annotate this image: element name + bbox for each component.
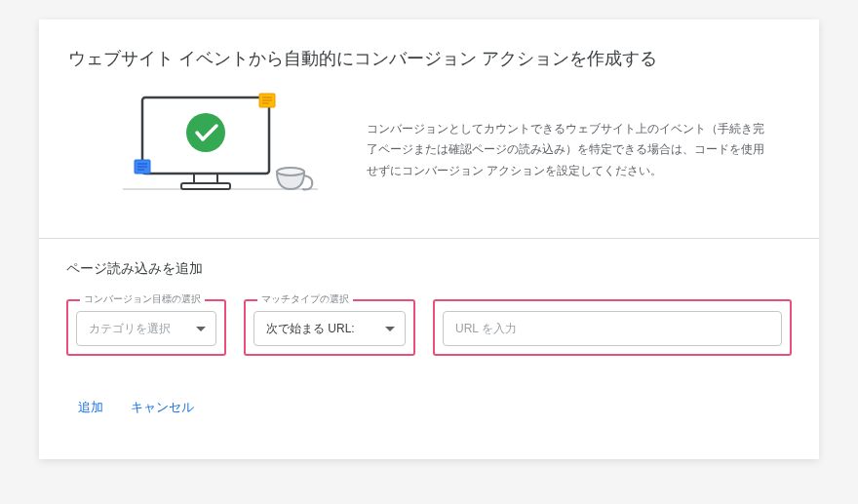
page-title: ウェブサイト イベントから自動的にコンバージョン アクションを作成する: [68, 47, 790, 70]
cancel-button[interactable]: キャンセル: [129, 395, 196, 420]
panel-actions: 追加 キャンセル: [66, 395, 792, 420]
page-load-panel: ページ読み込みを追加 コンバージョン目標の選択 カテゴリを選択 マッチタイプの選…: [39, 238, 819, 430]
url-field-group: [433, 299, 792, 356]
goal-select-placeholder: カテゴリを選択: [89, 321, 171, 337]
hero-row: コンバージョンとしてカウントできるウェブサイト上のイベント（手続き完了ページまた…: [68, 92, 790, 218]
conversion-setup-card: ウェブサイト イベントから自動的にコンバージョン アクションを作成する: [39, 19, 819, 459]
match-selected-value: 次で始まる URL:: [266, 321, 355, 337]
monitor-illustration: [123, 92, 318, 209]
svg-rect-2: [181, 183, 230, 189]
goal-legend: コンバージョン目標の選択: [80, 294, 205, 304]
hero-description: コンバージョンとしてカウントできるウェブサイト上のイベント（手続き完了ページまた…: [367, 119, 780, 182]
fields-row: コンバージョン目標の選択 カテゴリを選択 マッチタイプの選択 次で始まる URL…: [66, 299, 792, 356]
caret-down-icon: [385, 327, 395, 331]
match-field-group: マッチタイプの選択 次で始まる URL:: [244, 299, 415, 356]
svg-point-4: [186, 113, 225, 152]
header-section: ウェブサイト イベントから自動的にコンバージョン アクションを作成する: [39, 19, 819, 238]
add-button[interactable]: 追加: [76, 395, 105, 420]
goal-field-group: コンバージョン目標の選択 カテゴリを選択: [66, 299, 226, 356]
goal-select[interactable]: カテゴリを選択: [76, 311, 216, 346]
match-type-select[interactable]: 次で始まる URL:: [254, 311, 406, 346]
caret-down-icon: [196, 327, 206, 331]
panel-title: ページ読み込みを追加: [66, 260, 792, 278]
url-input[interactable]: [443, 311, 782, 346]
match-legend: マッチタイプの選択: [257, 294, 353, 304]
svg-point-13: [277, 168, 304, 175]
